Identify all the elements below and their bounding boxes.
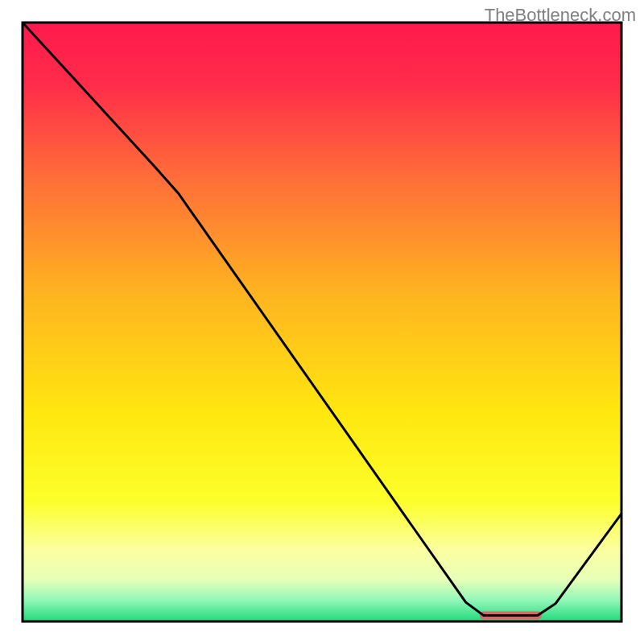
attribution-text: TheBottleneck.com <box>485 5 636 26</box>
chart-container: TheBottleneck.com <box>0 0 644 644</box>
plot-background <box>23 23 621 621</box>
bottleneck-chart <box>0 0 644 644</box>
